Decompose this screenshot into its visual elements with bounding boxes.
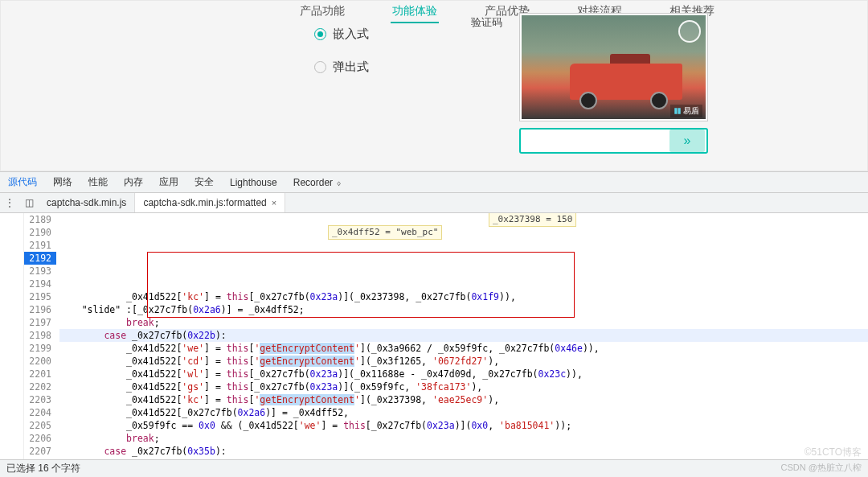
file-name: captcha-sdk.min.js [47,197,126,208]
captcha-label: 验证码 [471,16,502,28]
tab-application[interactable]: 应用 [151,172,186,192]
code-content[interactable]: _0x237398 = 150 _0x4dff52 = "web_pc" _0x… [56,213,868,459]
watermark: CSDN @热脏立八榨 [781,462,862,474]
radio-label: 弹出式 [333,60,369,75]
chevron-double-right-icon: » [684,134,691,148]
radio-icon [314,28,326,40]
captcha-image: 易盾 [519,13,708,121]
code-editor[interactable]: 2189219021912192219321942195219621972198… [0,213,868,459]
mode-radios: 嵌入式 弹出式 [314,27,369,75]
demo-panel: 产品功能 功能体验 产品优势 对接流程 相关推荐 嵌入式 弹出式 验证码 [0,0,868,171]
line-gutter: 2189219021912192219321942195219621972198… [24,213,56,459]
captcha-brand: 易盾 [670,105,702,117]
puzzle-target-icon [678,20,701,43]
radio-popup[interactable]: 弹出式 [314,60,369,75]
tab-network[interactable]: 网络 [45,172,80,192]
brand-logo-icon [674,107,682,115]
debug-tooltip: _0x4dff52 = "web_pc" [328,225,442,240]
tab-performance[interactable]: 性能 [80,172,116,192]
status-bar: 已选择 16 个字符 [0,459,868,477]
debug-tooltip: _0x237398 = 150 [489,213,576,227]
nav-tab-product[interactable]: 产品功能 [298,1,346,23]
more-menu-icon[interactable]: ⋮ [0,197,19,208]
watermark: ©51CTO博客 [805,446,862,459]
file-name: captcha-sdk.min.js:formatted [143,197,266,208]
captcha-slider-thumb[interactable]: » [669,130,705,152]
radio-icon [314,61,326,73]
devtools-panel: 源代码 网络 性能 内存 应用 安全 Lighthouse Recorder⬨ … [0,171,868,477]
devtools-tabs: 源代码 网络 性能 内存 应用 安全 Lighthouse Recorder⬨ [0,172,868,193]
close-icon[interactable]: × [272,198,276,208]
tab-memory[interactable]: 内存 [116,172,151,192]
captcha-panel: 验证码 易盾 » [471,15,740,30]
selection-status: 已选择 16 个字符 [6,462,80,475]
file-tab-formatted[interactable]: captcha-sdk.min.js:formatted × [135,193,285,212]
captcha-slider-track[interactable]: » [519,128,708,154]
file-navigator-icon[interactable]: ◫ [19,197,39,208]
tab-sources[interactable]: 源代码 [0,172,45,192]
tab-lighthouse[interactable]: Lighthouse [222,172,285,192]
tab-recorder[interactable]: Recorder⬨ [285,172,350,192]
radio-embedded[interactable]: 嵌入式 [314,27,369,42]
radio-label: 嵌入式 [333,27,369,42]
nav-tab-experience[interactable]: 功能体验 [391,1,439,23]
breakpoint-gutter[interactable] [0,213,24,459]
file-tabs: ⋮ ◫ captcha-sdk.min.js captcha-sdk.min.j… [0,193,868,213]
recorder-preview-icon: ⬨ [336,177,342,188]
tab-security[interactable]: 安全 [186,172,222,192]
file-tab-min[interactable]: captcha-sdk.min.js [39,193,135,212]
